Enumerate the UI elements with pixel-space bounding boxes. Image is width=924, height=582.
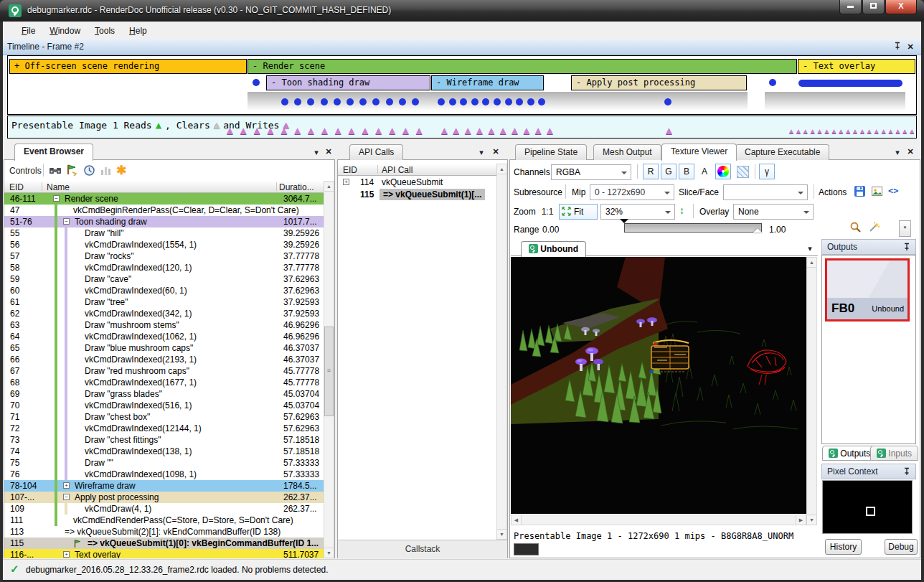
title-bar[interactable]: debugmarker.rdc - RenderDoc Unofficial r… (0, 0, 924, 22)
menu-tools[interactable]: Tools (88, 24, 122, 38)
collapse-icon[interactable]: − (63, 218, 70, 225)
col-eid[interactable]: EID (343, 165, 357, 175)
table-row[interactable]: 62vkCmdDrawIndexed(342, 1)37.92593 (4, 308, 324, 319)
timeline-bar[interactable]: - Toon shading draw (266, 75, 430, 90)
channels-select[interactable]: RGBA (551, 164, 631, 180)
table-row[interactable]: 71Draw "chest box"57.62963 (4, 411, 324, 423)
api-calls-scrollbar[interactable] (496, 164, 507, 540)
menu-help[interactable]: Help (122, 24, 154, 38)
table-row[interactable]: 55Draw "hill"39.25926 (4, 227, 324, 239)
timeline-bar[interactable]: + Off-screen scene rendering (9, 59, 247, 74)
green-channel-button[interactable]: G (661, 164, 676, 179)
scroll-down-icon[interactable]: ▼ (806, 515, 817, 525)
pixel-context-view[interactable] (822, 480, 913, 534)
timeline-canvas[interactable]: + Off-screen scene rendering- Render sce… (7, 55, 917, 115)
range-options-button[interactable]: ▼ (899, 220, 911, 237)
table-row[interactable]: 66vkCmdDrawIndexed(2193, 1)46.37037 (4, 354, 324, 365)
table-row[interactable]: 61Draw "tree"37.92593 (4, 296, 324, 308)
chevron-down-icon[interactable]: ▾ (476, 147, 486, 157)
tab-outputs[interactable]: Outputs (822, 446, 877, 461)
collapse-icon[interactable]: − (63, 494, 70, 500)
scrollbar-thumb[interactable]: ≡ (324, 327, 334, 416)
table-row[interactable]: 46-111−Render scene3064.7... (4, 193, 324, 205)
table-row[interactable]: 115=> vkQueueSubmit(1)[0]: vkBeginComman… (4, 538, 324, 549)
scroll-right-icon[interactable]: ▶ (796, 515, 806, 525)
table-row[interactable]: 56vkCmdDrawIndexed(1554, 1)39.25926 (4, 239, 324, 250)
pin-icon[interactable] (903, 467, 910, 478)
collapse-icon[interactable]: − (53, 195, 60, 202)
table-row[interactable]: 72vkCmdDrawIndexed(12144, 1)57.62963 (4, 423, 324, 434)
close-button[interactable]: X (885, 0, 917, 14)
table-row[interactable]: 60vkCmdDrawIndexed(60, 1)37.62963 (4, 285, 324, 296)
close-icon[interactable]: ✕ (324, 146, 334, 156)
texture-tab-unbound[interactable]: Unbound (521, 241, 586, 257)
save-icon[interactable] (854, 185, 867, 198)
zoom-fit-button[interactable]: Fit (559, 204, 598, 220)
table-row[interactable]: 107-...−Apply post processing262.37... (4, 492, 324, 503)
range-wand-icon[interactable] (868, 221, 881, 234)
table-row[interactable]: 47vkCmdBeginRenderPass(C=Clear, D=Clear,… (4, 205, 324, 216)
gamma-button[interactable]: γ (759, 164, 775, 179)
api-calls-header[interactable]: EID API Call (338, 164, 496, 176)
menu-window[interactable]: Window (42, 24, 88, 38)
scroll-down-icon[interactable]: ▼ (496, 529, 507, 540)
pin-icon[interactable] (892, 42, 902, 52)
table-row[interactable]: 63Draw "mushroom stems"46.96296 (4, 319, 324, 331)
table-row[interactable]: 58vkCmdDrawIndexed(120, 1)37.77778 (4, 262, 324, 273)
pin-icon[interactable] (903, 243, 910, 253)
table-row[interactable]: 113=> vkQueueSubmit(2)[1]: vkEndCommandB… (4, 526, 324, 538)
tab-api-calls[interactable]: API Calls (349, 144, 403, 160)
table-row[interactable]: 69Draw "grass blades"45.03704 (4, 388, 324, 400)
table-row[interactable]: 111vkCmdEndRenderPass(C=Store, D=Store, … (4, 515, 324, 526)
alpha-checker-button[interactable] (735, 164, 750, 179)
range-max-value[interactable]: 1.00 (769, 225, 786, 235)
mip-select[interactable]: 0 - 1272x690 (590, 184, 674, 200)
timeline-bar[interactable]: - Apply post processing (571, 75, 747, 90)
bookmark-icon[interactable]: ✱ (116, 163, 129, 176)
table-row[interactable]: 73Draw "chest fittings"57.18518 (4, 434, 324, 446)
chevron-down-icon[interactable]: ▾ (805, 243, 815, 253)
scroll-up-icon[interactable]: ▲ (324, 181, 334, 192)
flip-y-icon[interactable]: ↕ (679, 205, 684, 216)
tab-inputs[interactable]: Inputs (870, 446, 918, 461)
expand-icon[interactable]: + (63, 551, 70, 558)
close-icon[interactable]: ✕ (491, 146, 501, 156)
debug-button[interactable]: Debug (885, 539, 918, 555)
minimize-button[interactable] (839, 0, 862, 14)
table-row[interactable]: 70vkCmdDrawIndexed(516, 1)45.03704 (4, 400, 324, 411)
color-wheel-button[interactable] (715, 164, 731, 179)
callstack-section[interactable]: Callstack (338, 540, 507, 558)
table-row[interactable]: 65Draw "blue mushroom caps"46.37037 (4, 342, 324, 354)
fb0-thumbnail[interactable]: FB0 Unbound (825, 258, 910, 321)
col-duration[interactable]: Duratio... (279, 182, 314, 192)
time-draws-icon[interactable] (83, 164, 96, 177)
alpha-channel-button[interactable]: A (697, 164, 712, 179)
timeline-bar[interactable]: - Render scene (248, 59, 797, 74)
jump-to-event-icon[interactable] (66, 164, 79, 177)
table-row[interactable]: 115 => vkQueueSubmit(1)[... (338, 188, 496, 200)
table-row[interactable]: 67Draw "red mushroom caps"45.77778 (4, 365, 324, 377)
range-min-value[interactable]: 0.00 (542, 225, 559, 235)
scroll-up-icon[interactable]: ▲ (806, 257, 817, 268)
table-row[interactable]: 74vkCmdDrawIndexed(138, 1)57.18518 (4, 446, 324, 457)
col-api-call[interactable]: API Call (382, 165, 412, 175)
range-black-handle[interactable] (620, 219, 628, 227)
texture-hscrollbar[interactable] (511, 515, 806, 525)
blue-channel-button[interactable]: B (679, 164, 694, 179)
table-row[interactable]: 76vkCmdDrawIndexed(1098, 1)57.33333 (4, 469, 324, 480)
scroll-left-icon[interactable]: ◀ (511, 515, 522, 525)
tab-pipeline-state[interactable]: Pipeline State (515, 144, 587, 160)
red-channel-button[interactable]: R (643, 164, 659, 179)
table-row[interactable]: 75Draw ""57.33333 (4, 457, 324, 469)
table-row[interactable]: 59Draw "cave"37.62963 (4, 273, 324, 285)
close-icon[interactable]: ✕ (905, 146, 915, 156)
event-browser-header[interactable]: EID Name Duratio... (4, 181, 324, 193)
table-row[interactable]: 51-76−Toon shading draw1017.7... (4, 216, 324, 227)
tab-event-browser[interactable]: Event Browser (14, 144, 93, 161)
texture-vscrollbar[interactable] (806, 257, 817, 525)
tab-texture-viewer[interactable]: Texture Viewer (661, 144, 737, 161)
zoom-1to1-button[interactable]: 1:1 (539, 207, 556, 217)
col-name[interactable]: Name (47, 182, 70, 192)
col-eid[interactable]: EID (9, 182, 24, 192)
find-event-icon[interactable] (49, 164, 62, 177)
